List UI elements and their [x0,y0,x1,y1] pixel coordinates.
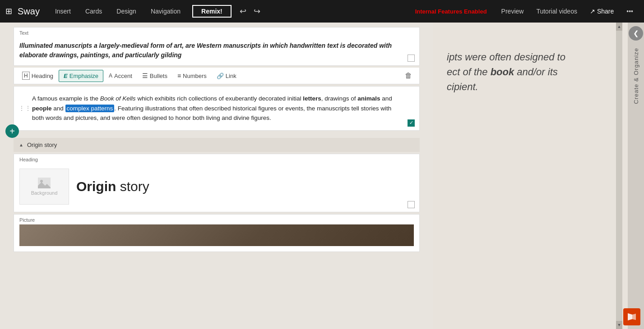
formatting-toolbar: H Heading E Emphasize A Accent ☰ Bullets… [14,68,420,84]
preview-content: ipts were often designed toect of the bo… [433,23,644,103]
tutorial-button[interactable]: Tutorial videos [531,8,583,15]
office-icon [626,311,637,322]
editor-panel: Text Illuminated manuscripts a largely-m… [0,23,433,329]
heading-card-checkbox[interactable] [408,201,415,208]
numbers-button[interactable]: ≡ Numbers [173,70,211,82]
highlighted-text: complex patterns [65,105,115,112]
numbers-icon: ≡ [177,72,181,79]
bullets-button[interactable]: ☰ Bullets [138,70,172,82]
grid-icon[interactable]: ⊞ [5,6,12,16]
bold-animals: animals [357,95,380,102]
heading-card-label: Heading [14,154,419,164]
heading-card-content: Background Origin story [14,164,419,212]
drag-handle: ⋮⋮ [19,105,31,112]
undo-button[interactable]: ↩ [237,6,249,16]
app-logo: Sway [18,6,40,17]
text-card-checkbox[interactable] [408,55,415,62]
bullets-icon: ☰ [142,72,148,79]
emphasize-button[interactable]: E Emphasize [59,70,103,82]
link-icon: 🔗 [217,73,224,79]
menu-design[interactable]: Design [110,0,143,23]
placeholder-img-icon [38,178,51,188]
accent-button[interactable]: A Accent [104,70,137,82]
internal-features-label: Internal Features Enabled [415,8,487,15]
add-card-button[interactable]: + [5,124,19,138]
picture-preview[interactable] [19,224,414,246]
background-label: Background [31,190,58,196]
accent-icon: A [109,73,112,79]
menu-cards[interactable]: Cards [79,0,108,23]
heading-icon: H [22,72,30,80]
collapse-icon: ▲ [19,142,23,147]
menu-insert[interactable]: Insert [49,0,77,23]
heading-rest-text: story [116,179,149,194]
preview-button[interactable]: Preview [496,8,529,15]
share-button[interactable]: ↗ Share [584,8,619,15]
section-origin-story[interactable]: ▲ Origin story [14,138,420,152]
section-title: Origin story [27,142,57,148]
office-logo-badge [623,308,640,325]
create-organize-label: Create & Organize [633,48,639,104]
remix-button[interactable]: Remix! [192,5,232,18]
text-body-checkbox[interactable]: ✓ [408,119,415,127]
text-card-label: Text [14,27,419,37]
text-card-content[interactable]: Illuminated manuscripts a largely-mediev… [14,37,419,65]
italic-text: Book of Kells [100,95,136,102]
create-organize-sidebar: ❮ Create & Organize [628,23,644,329]
scroll-up-button[interactable]: ▲ [616,23,622,31]
background-placeholder[interactable]: Background [19,169,69,205]
text-body-card[interactable]: ⋮⋮ A famous example is the Book of Kells… [14,86,420,131]
heading-text[interactable]: Origin story [76,179,149,194]
scroll-down-button[interactable]: ▼ [616,321,622,329]
delete-button[interactable]: 🗑 [401,70,416,82]
menu-navigation[interactable]: Navigation [144,0,187,23]
picture-label: Picture [14,215,419,224]
heading-card: Heading Background Origin story [14,154,420,212]
text-body-paragraph: A famous example is the Book of Kells wh… [32,94,401,123]
svg-marker-4 [632,314,636,320]
bold-letters: letters [303,95,321,102]
preview-text: ipts were often designed toect of the bo… [447,50,608,94]
right-scrollbar: ▲ ▼ [616,23,622,329]
heading-bold-text: Origin [76,179,116,194]
link-button[interactable]: 🔗 Link [212,70,241,82]
topbar: ⊞ Sway Insert Cards Design Navigation Re… [0,0,644,23]
collapse-sidebar-button[interactable]: ❮ [629,26,643,41]
text-card: Text Illuminated manuscripts a largely-m… [14,27,420,66]
share-icon: ↗ [590,8,595,15]
bold-people: people [32,105,52,112]
picture-card: Picture [14,214,420,252]
main-layout: Text Illuminated manuscripts a largely-m… [0,23,644,329]
more-button[interactable]: ••• [621,8,639,15]
right-panel: ▲ ▼ ❮ Create & Organize ipts were often … [433,23,644,329]
heading-button[interactable]: H Heading [18,69,58,82]
redo-button[interactable]: ↪ [251,6,263,16]
emphasize-icon: E [64,73,68,79]
